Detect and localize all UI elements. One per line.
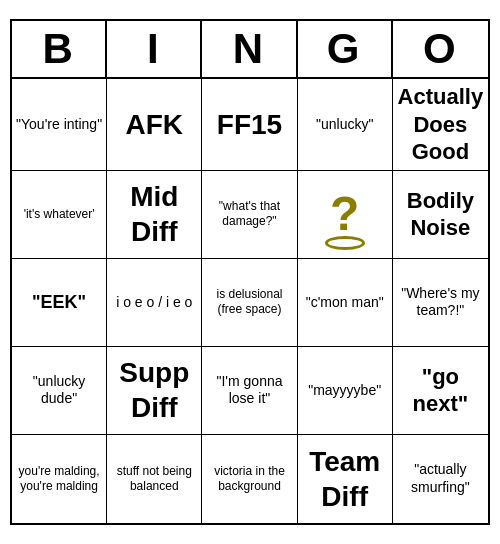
cell-text: 'it's whatever' [24,207,95,222]
bingo-cell: FF15 [202,79,297,171]
header-letter: N [202,21,297,77]
header-letter: O [393,21,488,77]
bingo-cell: Mid Diff [107,171,202,259]
cell-text: you're malding, you're malding [15,464,103,494]
bingo-cell: "what's that damage?" [202,171,297,259]
question-mark-icon: ? [330,190,359,238]
cell-text: Team Diff [301,444,389,514]
bingo-cell: Team Diff [298,435,393,523]
header-letter: G [298,21,393,77]
bingo-cell: "unlucky dude" [12,347,107,435]
bingo-cell: stuff not being balanced [107,435,202,523]
question-mark-container: ? [317,186,373,242]
cell-text: victoria in the background [205,464,293,494]
bingo-cell: you're malding, you're malding [12,435,107,523]
bingo-cell: "I'm gonna lose it" [202,347,297,435]
cell-text: FF15 [217,107,282,142]
bingo-card: BINGO "You're inting"AFKFF15"unlucky"Act… [10,19,490,525]
bingo-cell: ? [298,171,393,259]
cell-text: "unlucky" [316,116,373,134]
cell-text: "EEK" [32,291,86,314]
bingo-cell: "mayyyybe" [298,347,393,435]
header-letter: B [12,21,107,77]
cell-text: "unlucky dude" [15,373,103,408]
cell-text: "Where's my team?!" [396,285,485,320]
cell-text: Bodily Noise [396,187,485,242]
bingo-cell: is delusional (free space) [202,259,297,347]
cell-text: i o e o / i e o [116,294,192,312]
cell-text: "c'mon man" [306,294,384,312]
cell-text: "I'm gonna lose it" [205,373,293,408]
bingo-cell: victoria in the background [202,435,297,523]
free-space: ? [317,186,373,242]
bingo-cell: Actually Does Good [393,79,488,171]
bingo-cell: i o e o / i e o [107,259,202,347]
bingo-cell: "c'mon man" [298,259,393,347]
bingo-cell: "Where's my team?!" [393,259,488,347]
cell-text: Mid Diff [110,179,198,249]
cell-text: "mayyyybe" [308,382,381,400]
cell-text: stuff not being balanced [110,464,198,494]
bingo-cell: "You're inting" [12,79,107,171]
header-letter: I [107,21,202,77]
bingo-cell: AFK [107,79,202,171]
bingo-cell: "EEK" [12,259,107,347]
bingo-cell: "go next" [393,347,488,435]
cell-text: "go next" [396,363,485,418]
cell-text: "actually smurfing" [396,461,485,496]
cell-text: "You're inting" [16,116,102,134]
cell-text: Supp Diff [110,355,198,425]
cell-text: Actually Does Good [396,83,485,166]
bingo-grid: "You're inting"AFKFF15"unlucky"Actually … [12,79,488,523]
bingo-cell: 'it's whatever' [12,171,107,259]
bingo-cell: Supp Diff [107,347,202,435]
cell-text: is delusional (free space) [205,287,293,317]
bingo-cell: Bodily Noise [393,171,488,259]
cell-text: "what's that damage?" [205,199,293,229]
bingo-cell: "unlucky" [298,79,393,171]
bingo-header: BINGO [12,21,488,79]
bingo-cell: "actually smurfing" [393,435,488,523]
cell-text: AFK [126,107,184,142]
